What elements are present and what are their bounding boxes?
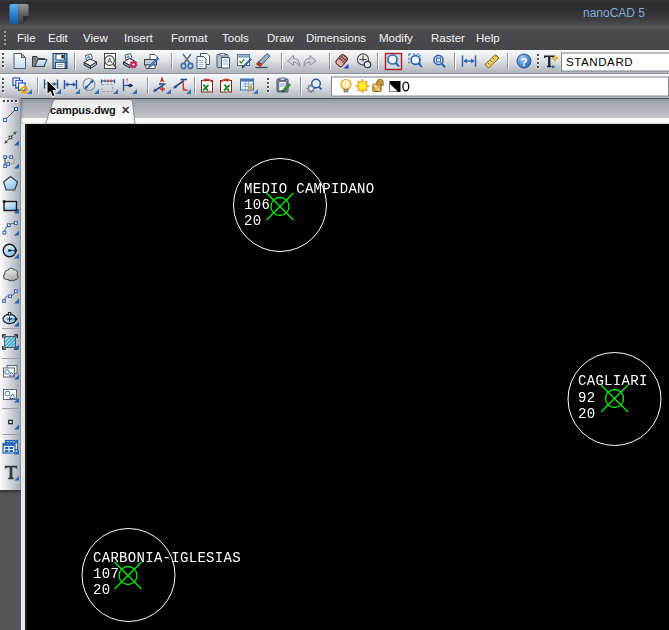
svg-text:A: A	[107, 57, 112, 64]
svg-text:STANDARD: STANDARD	[566, 56, 633, 68]
svg-text:?: ?	[520, 56, 527, 68]
